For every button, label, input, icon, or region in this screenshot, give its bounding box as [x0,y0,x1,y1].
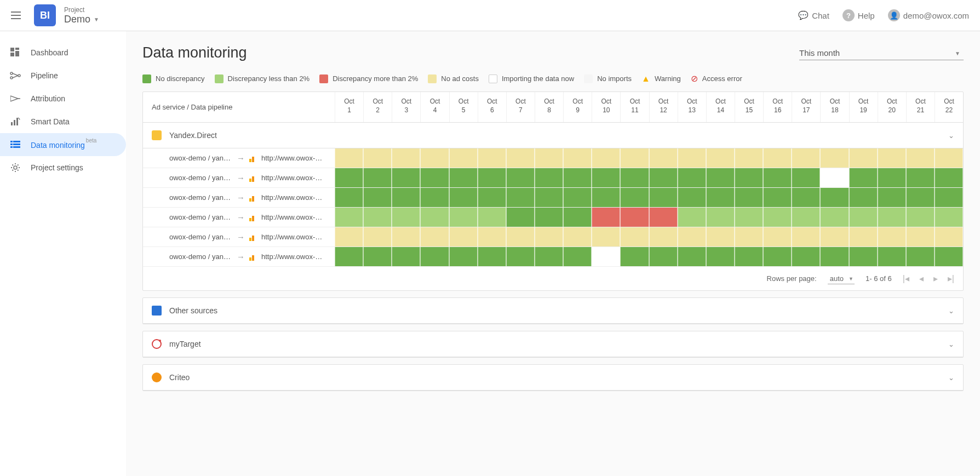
status-cell[interactable] [706,247,735,266]
status-cell[interactable] [878,208,906,227]
status-cell[interactable] [420,168,449,187]
status-cell[interactable] [792,148,820,168]
status-cell[interactable] [592,148,620,168]
status-cell[interactable] [592,168,620,187]
status-cell[interactable] [506,148,535,168]
status-cell[interactable] [763,208,792,227]
status-cell[interactable] [735,148,763,168]
status-cell[interactable] [763,247,792,266]
status-cell[interactable] [563,188,592,207]
chat-link[interactable]: 💬 Chat [798,10,829,20]
status-cell[interactable] [906,208,935,227]
status-cell[interactable] [735,247,763,266]
status-cell[interactable] [449,208,478,227]
status-cell[interactable] [649,188,678,207]
status-cell[interactable] [735,188,763,207]
status-cell[interactable] [878,227,906,246]
status-cell[interactable] [392,227,420,246]
status-cell[interactable] [478,188,506,207]
status-cell[interactable] [678,247,706,266]
status-cell[interactable] [792,188,820,207]
status-cell[interactable] [820,227,849,246]
status-cell[interactable] [706,168,735,187]
service-row-criteo[interactable]: Criteo ⌄ [143,365,963,391]
project-selector[interactable]: Project Demo ▼ [64,6,99,25]
status-cell[interactable] [820,168,849,187]
status-cell[interactable] [878,188,906,207]
status-cell[interactable] [763,227,792,246]
status-cell[interactable] [449,247,478,266]
status-cell[interactable] [620,168,649,187]
pipeline-row[interactable]: owox-demo / yande…→http://www.owox-d… [143,208,963,227]
status-cell[interactable] [535,148,563,168]
status-cell[interactable] [478,247,506,266]
status-cell[interactable] [763,148,792,168]
status-cell[interactable] [649,148,678,168]
status-cell[interactable] [363,247,392,266]
status-cell[interactable] [592,247,620,266]
status-cell[interactable] [735,227,763,246]
status-cell[interactable] [763,188,792,207]
status-cell[interactable] [392,168,420,187]
status-cell[interactable] [649,227,678,246]
status-cell[interactable] [678,188,706,207]
status-cell[interactable] [906,188,935,207]
status-cell[interactable] [420,208,449,227]
status-cell[interactable] [478,168,506,187]
status-cell[interactable] [678,227,706,246]
status-cell[interactable] [335,188,363,207]
status-cell[interactable] [592,227,620,246]
status-cell[interactable] [849,168,878,187]
status-cell[interactable] [935,148,963,168]
status-cell[interactable] [592,188,620,207]
status-cell[interactable] [735,208,763,227]
status-cell[interactable] [335,247,363,266]
pipeline-row[interactable]: owox-demo / yande…→http://www.owox-d… [143,227,963,247]
status-cell[interactable] [563,227,592,246]
status-cell[interactable] [563,168,592,187]
logo[interactable]: BI [34,4,56,26]
status-cell[interactable] [620,247,649,266]
status-cell[interactable] [449,148,478,168]
service-row-other[interactable]: Other sources ⌄ [143,298,963,324]
status-cell[interactable] [563,208,592,227]
sidebar-item-pipeline[interactable]: Pipeline [0,64,126,87]
status-cell[interactable] [906,148,935,168]
service-row-mytarget[interactable]: myTarget ⌄ [143,331,963,357]
status-cell[interactable] [620,148,649,168]
menu-icon[interactable] [11,9,24,22]
status-cell[interactable] [906,247,935,266]
status-cell[interactable] [706,227,735,246]
sidebar-item-smartdata[interactable]: Smart Data [0,110,126,133]
status-cell[interactable] [506,227,535,246]
status-cell[interactable] [706,188,735,207]
first-page-button[interactable]: |◂ [903,273,909,284]
status-cell[interactable] [449,188,478,207]
status-cell[interactable] [935,168,963,187]
status-cell[interactable] [335,208,363,227]
status-cell[interactable] [935,227,963,246]
status-cell[interactable] [420,247,449,266]
status-cell[interactable] [620,227,649,246]
status-cell[interactable] [363,208,392,227]
status-cell[interactable] [535,208,563,227]
status-cell[interactable] [649,247,678,266]
status-cell[interactable] [392,148,420,168]
status-cell[interactable] [535,247,563,266]
help-link[interactable]: ? Help [843,9,875,21]
status-cell[interactable] [563,148,592,168]
sidebar-item-dashboard[interactable]: Dashboard [0,41,126,64]
sidebar-item-data-monitoring[interactable]: Data monitoringbeta [0,133,126,156]
status-cell[interactable] [820,208,849,227]
status-cell[interactable] [506,247,535,266]
status-cell[interactable] [420,227,449,246]
service-row-yandex[interactable]: Yandex.Direct ⌄ [143,123,963,148]
last-page-button[interactable]: ▸| [948,273,954,284]
status-cell[interactable] [820,247,849,266]
prev-page-button[interactable]: ◂ [919,273,924,284]
sidebar-item-settings[interactable]: Project settings [0,156,126,179]
status-cell[interactable] [906,168,935,187]
status-cell[interactable] [363,168,392,187]
status-cell[interactable] [706,208,735,227]
status-cell[interactable] [792,227,820,246]
